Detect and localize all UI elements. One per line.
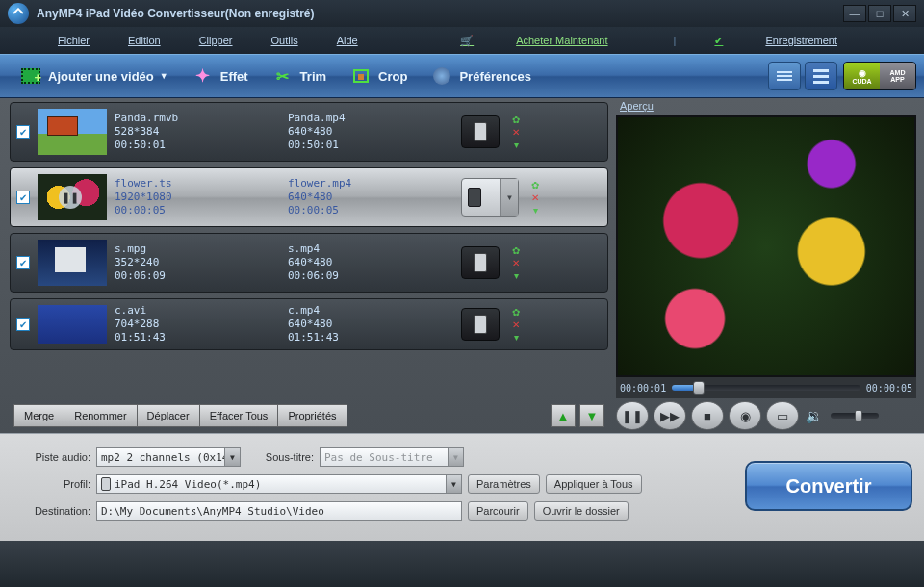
profile-combo[interactable]: iPad H.264 Video(*.mp4)▼ (96, 474, 462, 494)
ipad-icon (474, 315, 487, 334)
row-remove-icon[interactable]: ✕ (509, 257, 523, 268)
thumbnail: ❚❚ (38, 174, 107, 220)
forward-button[interactable]: ▶▶ (654, 401, 686, 430)
ipad-icon (101, 477, 111, 491)
cart-icon: 🛒 (460, 35, 474, 47)
preferences-button[interactable]: Préférences (419, 63, 542, 89)
thumbnail (38, 109, 107, 155)
crop-button[interactable]: Crop (338, 63, 419, 89)
rename-button[interactable]: Renommer (64, 404, 137, 427)
row-expand-icon[interactable]: ▾ (509, 269, 523, 281)
minimize-button[interactable]: — (843, 5, 866, 22)
list-item[interactable]: ✔ s.mpg352*24000:06:09 s.mp4640*48000:06… (10, 233, 608, 293)
seek-slider[interactable] (672, 385, 860, 391)
row-settings-icon[interactable]: ✿ (509, 114, 523, 125)
stop-button[interactable]: ■ (691, 401, 724, 430)
effect-button[interactable]: ✦ Effet (180, 63, 260, 89)
menu-aide[interactable]: Aide (337, 35, 358, 46)
maximize-button[interactable]: □ (868, 5, 891, 22)
snapshot-button[interactable]: ◉ (729, 401, 761, 430)
pause-overlay-icon: ❚❚ (59, 186, 82, 209)
app-logo-icon (8, 3, 29, 24)
register-link[interactable]: ✔Enregistrement (714, 35, 876, 47)
checkbox[interactable]: ✔ (16, 191, 30, 204)
row-expand-icon[interactable]: ▾ (528, 204, 542, 216)
time-bar: 00:00:01 00:00:05 (616, 377, 916, 398)
menu-fichier[interactable]: Fichier (58, 35, 90, 46)
chevron-down-icon: ▼ (500, 179, 518, 216)
row-settings-icon[interactable]: ✿ (509, 244, 523, 256)
move-button[interactable]: Déplacer (138, 404, 200, 427)
row-remove-icon[interactable]: ✕ (528, 191, 542, 203)
preview-display (616, 115, 916, 377)
menu-outils[interactable]: Outils (271, 35, 298, 46)
output-info: c.mp4640*48001:51:43 (288, 304, 461, 345)
audio-track-label: Piste audio: (12, 451, 90, 463)
subtitle-combo[interactable]: Pas de Sous-titre▼ (320, 447, 464, 467)
row-remove-icon[interactable]: ✕ (509, 319, 523, 330)
properties-button[interactable]: Propriétés (278, 404, 346, 427)
checkbox[interactable]: ✔ (16, 318, 30, 331)
source-info: Panda.rmvb528*38400:50:01 (115, 112, 288, 152)
trim-button[interactable]: ✂ Trim (260, 63, 338, 89)
toolbar: Ajouter une vidéo ▼ ✦ Effet ✂ Trim Crop … (0, 54, 924, 98)
clear-all-button[interactable]: Effacer Tous (200, 404, 279, 427)
browse-button[interactable]: Parcourir (468, 501, 528, 521)
file-list-panel: ✔ Panda.rmvb528*38400:50:01 Panda.mp4640… (0, 98, 612, 433)
seek-handle[interactable] (693, 381, 705, 395)
volume-icon[interactable]: 🔉 (806, 408, 822, 423)
menu-edition[interactable]: Edition (128, 35, 161, 46)
parameters-button[interactable]: Paramètres (468, 474, 540, 494)
close-button[interactable]: ✕ (893, 5, 916, 22)
convert-button[interactable]: Convertir (745, 461, 912, 511)
row-settings-icon[interactable]: ✿ (509, 306, 523, 318)
source-info: c.avi704*28801:51:43 (115, 304, 288, 345)
thumbnail (38, 305, 107, 344)
list-item[interactable]: ✔ ❚❚ flower.ts1920*108000:00:05 flower.m… (10, 167, 608, 227)
merge-button[interactable]: Merge (13, 404, 64, 427)
volume-handle[interactable] (855, 410, 862, 421)
chevron-down-icon: ▼ (224, 448, 240, 466)
buy-now-link[interactable]: 🛒Acheter Maintenant (460, 35, 646, 47)
device-profile-button[interactable] (461, 115, 500, 148)
destination-input[interactable]: D:\My Documents\AnyMP4 Studio\Video (96, 501, 462, 521)
pause-button[interactable]: ❚❚ (616, 401, 649, 430)
open-folder-button[interactable]: Ouvrir le dossier (534, 501, 629, 521)
device-profile-button[interactable] (461, 246, 500, 279)
titlebar: AnyMP4 iPad Vidéo Convertisseur(Non enre… (0, 0, 924, 27)
row-expand-icon[interactable]: ▾ (509, 139, 523, 150)
row-expand-icon[interactable]: ▾ (509, 331, 523, 343)
list-item[interactable]: ✔ c.avi704*28801:51:43 c.mp4640*48001:51… (10, 298, 608, 350)
row-settings-icon[interactable]: ✿ (528, 179, 542, 191)
ipad-icon (468, 188, 481, 207)
device-profile-button[interactable] (461, 308, 500, 341)
audio-track-combo[interactable]: mp2 2 channels (0x14)▼ (96, 447, 241, 467)
check-icon: ✔ (714, 35, 723, 47)
move-up-button[interactable]: ▲ (551, 404, 576, 427)
volume-slider[interactable] (831, 413, 879, 419)
playback-controls: ❚❚ ▶▶ ■ ◉ ▭ 🔉 (616, 398, 916, 433)
thumbnail (38, 240, 107, 286)
add-video-icon (19, 66, 42, 86)
source-info: s.mpg352*24000:06:09 (115, 242, 288, 283)
list-item[interactable]: ✔ Panda.rmvb528*38400:50:01 Panda.mp4640… (10, 102, 608, 162)
move-down-button[interactable]: ▼ (579, 404, 604, 427)
menu-clipper[interactable]: Clipper (199, 35, 233, 46)
device-profile-dropdown[interactable]: ▼ (461, 178, 519, 217)
source-info: flower.ts1920*108000:00:05 (115, 177, 288, 217)
crop-icon (349, 66, 372, 86)
checkbox[interactable]: ✔ (16, 125, 30, 139)
time-current: 00:00:01 (620, 383, 666, 394)
checkbox[interactable]: ✔ (16, 256, 30, 269)
preview-panel: Aperçu 00:00:01 00:00:05 ❚❚ ▶▶ ■ ◉ ▭ 🔉 (612, 98, 924, 433)
list-toolbar: Merge Renommer Déplacer Effacer Tous Pro… (10, 398, 608, 433)
view-detail-button[interactable] (805, 62, 837, 90)
row-remove-icon[interactable]: ✕ (509, 126, 523, 138)
fullscreen-button[interactable]: ▭ (766, 401, 799, 430)
view-list-button[interactable] (768, 62, 801, 90)
profile-label: Profil: (12, 478, 90, 490)
output-info: s.mp4640*48000:06:09 (288, 242, 461, 283)
gear-icon (430, 66, 453, 86)
add-video-button[interactable]: Ajouter une vidéo ▼ (8, 63, 180, 89)
apply-all-button[interactable]: Appliquer à Tous (546, 474, 642, 494)
